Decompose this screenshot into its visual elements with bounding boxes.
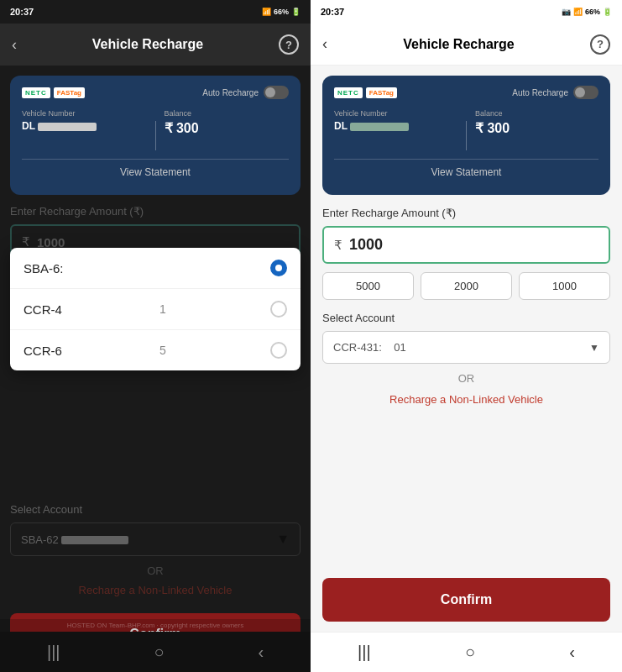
left-vehicle-number-label: Vehicle Number bbox=[22, 109, 147, 118]
dropdown-ccr4-label: CCR-4 bbox=[24, 302, 62, 317]
left-auto-recharge-label: Auto Recharge bbox=[202, 88, 259, 97]
left-page-title: Vehicle Recharge bbox=[92, 37, 204, 52]
right-help-button[interactable]: ? bbox=[590, 34, 610, 55]
right-quick-1000[interactable]: 1000 bbox=[519, 272, 610, 300]
right-bottom-nav: ||| ○ ‹ bbox=[311, 632, 622, 672]
dropdown-ccr6-label: CCR-6 bbox=[24, 344, 62, 358]
left-select-account-label: Select Account bbox=[10, 503, 301, 516]
right-panel: 20:37 📷 📶 66% 🔋 ‹ Vehicle Recharge ? NET… bbox=[311, 0, 622, 672]
dropdown-ccr6-count: 5 bbox=[159, 344, 166, 357]
right-or-text: OR bbox=[322, 372, 610, 385]
left-vehicle-card: NETC FASTag Auto Recharge Vehicle Number… bbox=[10, 76, 301, 195]
right-nav-menu-icon[interactable]: ||| bbox=[358, 643, 371, 662]
right-back-button[interactable]: ‹ bbox=[322, 35, 327, 53]
left-card-details: Vehicle Number DL Balance ₹ 300 bbox=[22, 109, 289, 150]
right-auto-recharge-toggle[interactable] bbox=[573, 86, 598, 99]
right-confirm-button[interactable]: Confirm bbox=[322, 578, 610, 622]
left-vehicle-blur bbox=[38, 123, 97, 131]
right-vehicle-number-value: DL bbox=[334, 120, 457, 132]
right-chevron-down-icon: ▼ bbox=[589, 342, 599, 354]
right-auto-recharge-label: Auto Recharge bbox=[512, 88, 568, 97]
left-nav-home-icon[interactable]: ○ bbox=[154, 643, 164, 662]
right-vehicle-card: NETC FASTag Auto Recharge Vehicle Number… bbox=[322, 76, 610, 195]
right-fastag-logo: FASTag bbox=[366, 87, 397, 98]
dropdown-sba-label: SBA-6: bbox=[24, 261, 64, 276]
right-quick-5000[interactable]: 5000 bbox=[322, 272, 414, 300]
right-non-linked-link[interactable]: Recharge a Non-Linked Vehicle bbox=[322, 393, 610, 406]
dropdown-item-ccr4[interactable]: CCR-4 1 bbox=[10, 289, 301, 330]
right-main-content: Enter Recharge Amount (₹) ₹ 5000 2000 10… bbox=[311, 207, 622, 406]
left-back-button[interactable]: ‹ bbox=[12, 36, 17, 54]
left-card-top-row: NETC FASTag Auto Recharge bbox=[22, 86, 289, 99]
left-header: ‹ Vehicle Recharge ? bbox=[0, 24, 311, 66]
right-balance-value: ₹ 300 bbox=[475, 120, 598, 136]
right-card-divider bbox=[466, 121, 467, 150]
right-status-icons: 📷 📶 66% 🔋 bbox=[562, 8, 612, 16]
right-amount-input-container[interactable]: ₹ bbox=[322, 226, 610, 264]
left-account-blur bbox=[61, 536, 128, 544]
right-vehicle-number-label: Vehicle Number bbox=[334, 109, 457, 118]
right-select-account-section: Select Account CCR-431: 01 ▼ bbox=[322, 312, 610, 364]
right-select-account-label: Select Account bbox=[322, 312, 610, 324]
right-account-dropdown[interactable]: CCR-431: 01 ▼ bbox=[322, 331, 610, 364]
right-vehicle-blur bbox=[350, 123, 409, 131]
left-balance-label: Balance bbox=[165, 109, 290, 118]
right-balance-detail: Balance ₹ 300 bbox=[475, 109, 598, 136]
left-status-icons: 📶 66% 🔋 bbox=[262, 8, 301, 16]
right-status-bar: 20:37 📷 📶 66% 🔋 bbox=[311, 0, 622, 24]
right-card-top-row: NETC FASTag Auto Recharge bbox=[334, 86, 598, 99]
right-nav-home-icon[interactable]: ○ bbox=[465, 643, 475, 662]
left-vehicle-number-detail: Vehicle Number DL bbox=[22, 109, 147, 132]
right-netc-logo: NETC bbox=[334, 87, 363, 98]
right-card-details: Vehicle Number DL Balance ₹ 300 bbox=[334, 109, 598, 150]
left-card-divider bbox=[155, 121, 156, 150]
left-watermark: HOSTED ON Team-BHP.com · copyright respe… bbox=[0, 619, 311, 632]
account-dropdown-overlay[interactable]: SBA-6: CCR-4 1 CCR-6 5 bbox=[10, 248, 301, 370]
right-time: 20:37 bbox=[321, 7, 344, 17]
left-view-statement[interactable]: View Statement bbox=[22, 159, 289, 185]
right-auto-recharge: Auto Recharge bbox=[512, 86, 598, 99]
left-status-bar: 20:37 📶 66% 🔋 bbox=[0, 0, 311, 24]
left-auto-recharge: Auto Recharge bbox=[202, 86, 289, 99]
left-non-linked-link[interactable]: Recharge a Non-Linked Vehicle bbox=[10, 584, 301, 596]
dropdown-sba-radio[interactable] bbox=[270, 260, 287, 276]
left-balance-detail: Balance ₹ 300 bbox=[165, 109, 290, 136]
right-account-text: CCR-431: 01 bbox=[333, 341, 406, 354]
left-amount-value: 1000 bbox=[37, 235, 65, 249]
right-header: ‹ Vehicle Recharge ? bbox=[311, 24, 622, 66]
dropdown-item-sba[interactable]: SBA-6: bbox=[10, 248, 301, 289]
dropdown-ccr4-radio[interactable] bbox=[270, 301, 287, 318]
right-rupee-symbol: ₹ bbox=[334, 238, 342, 253]
left-balance-value: ₹ 300 bbox=[165, 120, 290, 136]
right-card-logos: NETC FASTag bbox=[334, 87, 397, 98]
left-help-button[interactable]: ? bbox=[279, 34, 299, 55]
dropdown-item-ccr6[interactable]: CCR-6 5 bbox=[10, 330, 301, 370]
left-nav-menu-icon[interactable]: ||| bbox=[47, 643, 60, 662]
right-vehicle-number-detail: Vehicle Number DL bbox=[334, 109, 457, 132]
left-bottom-nav: ||| ○ ‹ bbox=[0, 632, 311, 672]
left-nav-back-icon[interactable]: ‹ bbox=[258, 643, 264, 662]
left-or-divider: OR bbox=[10, 564, 301, 577]
right-page-title: Vehicle Recharge bbox=[403, 37, 515, 52]
left-recharge-label: Enter Recharge Amount (₹) bbox=[10, 205, 301, 218]
dropdown-ccr6-radio[interactable] bbox=[270, 342, 287, 359]
right-view-statement[interactable]: View Statement bbox=[334, 159, 598, 185]
left-vehicle-number-value: DL bbox=[22, 120, 147, 132]
left-panel: 20:37 📶 66% 🔋 ‹ Vehicle Recharge ? NETC … bbox=[0, 0, 311, 672]
dropdown-ccr4-count: 1 bbox=[159, 302, 166, 316]
right-quick-2000[interactable]: 2000 bbox=[421, 272, 512, 300]
netc-logo: NETC bbox=[22, 87, 50, 98]
left-account-value: SBA-62 bbox=[21, 533, 128, 546]
left-chevron-icon: ▼ bbox=[276, 532, 290, 547]
right-balance-label: Balance bbox=[475, 109, 598, 118]
left-card-logos: NETC FASTag bbox=[22, 87, 85, 98]
left-auto-recharge-toggle[interactable] bbox=[264, 86, 289, 99]
right-quick-amounts: 5000 2000 1000 bbox=[322, 272, 610, 300]
left-bottom-section: Select Account SBA-62 ▼ OR Recharge a No… bbox=[10, 503, 301, 605]
right-recharge-section-label: Enter Recharge Amount (₹) bbox=[322, 207, 610, 219]
left-account-selector[interactable]: SBA-62 ▼ bbox=[10, 522, 301, 556]
left-time: 20:37 bbox=[10, 7, 34, 17]
right-amount-input[interactable] bbox=[349, 236, 598, 254]
fastag-logo: FASTag bbox=[54, 87, 85, 98]
right-nav-back-icon[interactable]: ‹ bbox=[569, 643, 575, 662]
